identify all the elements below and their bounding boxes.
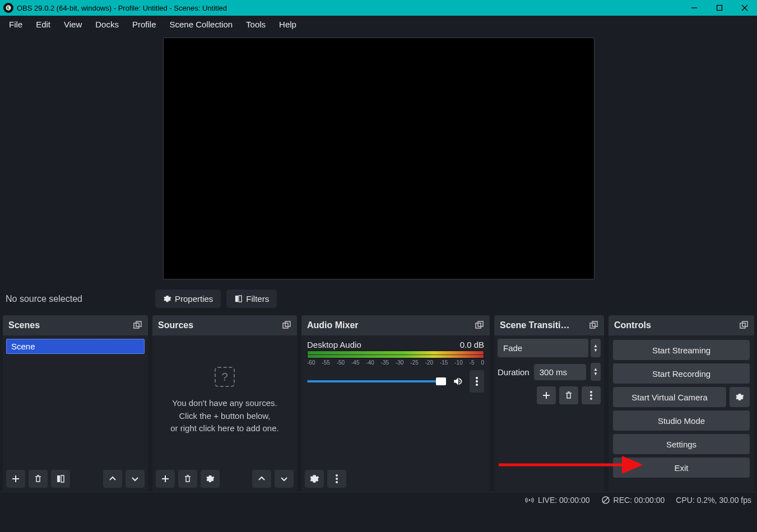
- status-live: LIVE: 00:00:00: [524, 495, 590, 505]
- svg-rect-5: [235, 296, 238, 302]
- sources-title: Sources: [158, 320, 193, 330]
- popout-icon[interactable]: [740, 321, 749, 330]
- filters-button[interactable]: Filters: [226, 290, 277, 308]
- svg-rect-9: [57, 475, 60, 482]
- source-properties-button[interactable]: [201, 470, 220, 488]
- duration-label: Duration: [498, 367, 530, 377]
- scenes-title: Scenes: [8, 320, 40, 330]
- popout-icon[interactable]: [133, 321, 142, 330]
- svg-point-15: [476, 377, 478, 379]
- popout-icon[interactable]: [475, 321, 484, 330]
- transition-options-button[interactable]: [582, 386, 601, 404]
- settings-button[interactable]: Settings: [613, 434, 750, 454]
- transitions-dock: Scene Transiti… Fade ▲▼ Duration 300 ms …: [494, 315, 605, 492]
- properties-button[interactable]: Properties: [155, 290, 221, 308]
- audio-mixer-header[interactable]: Audio Mixer: [301, 315, 490, 335]
- controls-dock: Controls Start Streaming Start Recording…: [608, 315, 755, 492]
- remove-source-button[interactable]: [178, 470, 197, 488]
- audio-options-button[interactable]: [470, 370, 484, 393]
- transition-select-spinner[interactable]: ▲▼: [591, 339, 601, 357]
- close-button[interactable]: [732, 0, 757, 16]
- svg-point-25: [590, 398, 592, 400]
- remove-scene-button[interactable]: [29, 470, 48, 488]
- properties-label: Properties: [175, 294, 213, 304]
- audio-menu-button[interactable]: [327, 470, 346, 488]
- svg-rect-2: [717, 6, 722, 11]
- record-off-icon: [601, 496, 610, 505]
- remove-transition-button[interactable]: [559, 386, 578, 404]
- transitions-title: Scene Transiti…: [500, 320, 570, 330]
- question-icon: ?: [215, 367, 235, 387]
- audio-mixer-dock: Audio Mixer Desktop Audio 0.0 dB -60 -55…: [301, 315, 490, 492]
- sources-dock: Sources ? You don't have any sources. Cl…: [152, 315, 298, 492]
- svg-point-28: [528, 499, 530, 501]
- svg-point-23: [590, 391, 592, 393]
- scenes-footer: [3, 466, 148, 491]
- maximize-button[interactable]: [707, 0, 732, 16]
- preview-canvas[interactable]: [163, 38, 595, 279]
- start-streaming-button[interactable]: Start Streaming: [613, 340, 750, 360]
- scene-filter-button[interactable]: [51, 470, 70, 488]
- svg-point-16: [476, 380, 478, 382]
- scene-down-button[interactable]: [126, 470, 145, 488]
- volume-slider[interactable]: [307, 380, 446, 382]
- source-down-button[interactable]: [275, 470, 294, 488]
- audio-track: Desktop Audio 0.0 dB -60 -55 -50 -45 -40…: [305, 339, 486, 393]
- scenes-dock: Scenes Scene: [2, 315, 148, 492]
- transition-select[interactable]: Fade: [498, 339, 588, 357]
- svg-line-30: [603, 497, 609, 503]
- start-virtual-camera-button[interactable]: Start Virtual Camera: [613, 387, 726, 407]
- audio-advanced-button[interactable]: [305, 470, 324, 488]
- start-recording-button[interactable]: Start Recording: [613, 363, 750, 384]
- svg-point-20: [336, 481, 338, 483]
- source-up-button[interactable]: [252, 470, 271, 488]
- menu-edit[interactable]: Edit: [29, 17, 57, 31]
- svg-rect-6: [239, 296, 242, 302]
- svg-point-17: [476, 384, 478, 386]
- controls-title: Controls: [614, 320, 651, 330]
- svg-rect-10: [61, 475, 64, 482]
- filters-icon: [234, 295, 243, 303]
- scenes-header[interactable]: Scenes: [3, 315, 148, 335]
- studio-mode-button[interactable]: Studio Mode: [613, 410, 750, 431]
- source-toolbar: No source selected Properties Filters: [0, 284, 757, 312]
- statusbar: LIVE: 00:00:00 REC: 00:00:00 CPU: 0.2%, …: [0, 492, 757, 507]
- audio-track-name: Desktop Audio: [307, 340, 361, 349]
- status-rec: REC: 00:00:00: [601, 496, 665, 505]
- audio-meter: [307, 351, 484, 358]
- virtual-camera-settings-button[interactable]: [730, 387, 750, 407]
- menu-help[interactable]: Help: [272, 17, 303, 31]
- menu-view[interactable]: View: [57, 17, 89, 31]
- menu-tools[interactable]: Tools: [239, 17, 272, 31]
- scene-up-button[interactable]: [103, 470, 122, 488]
- sources-header[interactable]: Sources: [152, 315, 297, 335]
- svg-point-18: [336, 474, 338, 477]
- preview-area: [0, 32, 757, 284]
- sources-empty-state[interactable]: ? You don't have any sources. Click the …: [152, 335, 297, 466]
- duration-input[interactable]: 300 ms: [534, 364, 586, 380]
- mute-button[interactable]: [451, 374, 465, 389]
- add-transition-button[interactable]: [537, 386, 556, 404]
- menu-scene-collection[interactable]: Scene Collection: [163, 17, 240, 31]
- broadcast-icon: [524, 495, 535, 505]
- status-cpu: CPU: 0.2%, 30.00 fps: [676, 496, 751, 505]
- popout-icon[interactable]: [282, 321, 291, 330]
- menu-profile[interactable]: Profile: [126, 17, 163, 31]
- add-source-button[interactable]: [156, 470, 175, 488]
- minimize-button[interactable]: [681, 0, 707, 16]
- menu-docks[interactable]: Docks: [89, 17, 126, 31]
- app-icon: [3, 3, 13, 13]
- transitions-header[interactable]: Scene Transiti…: [494, 315, 604, 335]
- menu-file[interactable]: File: [2, 17, 29, 31]
- sources-empty-line1: You don't have any sources.: [172, 397, 277, 410]
- duration-spinner[interactable]: ▲▼: [591, 363, 601, 381]
- audio-footer: [301, 466, 490, 491]
- scene-item-selected[interactable]: Scene: [6, 339, 145, 354]
- popout-icon[interactable]: [589, 321, 598, 330]
- docks-area: Scenes Scene Sources ? You don't have an…: [0, 312, 757, 492]
- titlebar: OBS 29.0.2 (64-bit, windows) - Profile: …: [0, 0, 757, 16]
- controls-header[interactable]: Controls: [609, 315, 754, 335]
- exit-button[interactable]: Exit: [613, 458, 750, 478]
- add-scene-button[interactable]: [6, 470, 25, 488]
- audio-ticks: -60 -55 -50 -45 -40 -35 -30 -25 -20 -15 …: [307, 360, 484, 366]
